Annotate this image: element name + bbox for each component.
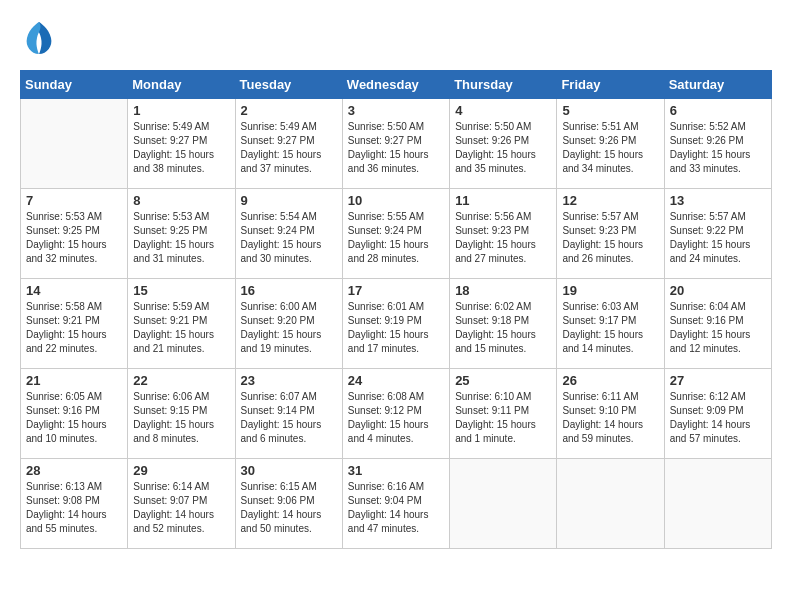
day-number: 11 [455,193,551,208]
calendar-cell: 4Sunrise: 5:50 AMSunset: 9:26 PMDaylight… [450,99,557,189]
day-info: Sunrise: 5:54 AMSunset: 9:24 PMDaylight:… [241,210,337,266]
day-number: 3 [348,103,444,118]
calendar-cell: 7Sunrise: 5:53 AMSunset: 9:25 PMDaylight… [21,189,128,279]
day-info: Sunrise: 6:11 AMSunset: 9:10 PMDaylight:… [562,390,658,446]
calendar-cell: 12Sunrise: 5:57 AMSunset: 9:23 PMDayligh… [557,189,664,279]
calendar-cell: 30Sunrise: 6:15 AMSunset: 9:06 PMDayligh… [235,459,342,549]
day-number: 28 [26,463,122,478]
calendar-cell: 20Sunrise: 6:04 AMSunset: 9:16 PMDayligh… [664,279,771,369]
day-info: Sunrise: 6:02 AMSunset: 9:18 PMDaylight:… [455,300,551,356]
day-number: 7 [26,193,122,208]
calendar-cell: 9Sunrise: 5:54 AMSunset: 9:24 PMDaylight… [235,189,342,279]
calendar-cell: 27Sunrise: 6:12 AMSunset: 9:09 PMDayligh… [664,369,771,459]
day-number: 10 [348,193,444,208]
day-info: Sunrise: 6:10 AMSunset: 9:11 PMDaylight:… [455,390,551,446]
calendar-table: SundayMondayTuesdayWednesdayThursdayFrid… [20,70,772,549]
day-number: 12 [562,193,658,208]
calendar-week-row: 21Sunrise: 6:05 AMSunset: 9:16 PMDayligh… [21,369,772,459]
day-info: Sunrise: 6:04 AMSunset: 9:16 PMDaylight:… [670,300,766,356]
day-info: Sunrise: 6:12 AMSunset: 9:09 PMDaylight:… [670,390,766,446]
calendar-cell: 8Sunrise: 5:53 AMSunset: 9:25 PMDaylight… [128,189,235,279]
day-number: 20 [670,283,766,298]
calendar-cell: 23Sunrise: 6:07 AMSunset: 9:14 PMDayligh… [235,369,342,459]
day-info: Sunrise: 5:59 AMSunset: 9:21 PMDaylight:… [133,300,229,356]
day-info: Sunrise: 6:05 AMSunset: 9:16 PMDaylight:… [26,390,122,446]
day-info: Sunrise: 6:16 AMSunset: 9:04 PMDaylight:… [348,480,444,536]
day-number: 1 [133,103,229,118]
calendar-cell: 2Sunrise: 5:49 AMSunset: 9:27 PMDaylight… [235,99,342,189]
day-number: 6 [670,103,766,118]
calendar-cell [664,459,771,549]
calendar-cell: 1Sunrise: 5:49 AMSunset: 9:27 PMDaylight… [128,99,235,189]
day-number: 15 [133,283,229,298]
logo [20,20,53,60]
day-info: Sunrise: 5:50 AMSunset: 9:27 PMDaylight:… [348,120,444,176]
calendar-cell: 24Sunrise: 6:08 AMSunset: 9:12 PMDayligh… [342,369,449,459]
header-day-wednesday: Wednesday [342,71,449,99]
calendar-cell: 11Sunrise: 5:56 AMSunset: 9:23 PMDayligh… [450,189,557,279]
day-info: Sunrise: 6:13 AMSunset: 9:08 PMDaylight:… [26,480,122,536]
calendar-cell [21,99,128,189]
day-number: 25 [455,373,551,388]
day-number: 30 [241,463,337,478]
calendar-cell [557,459,664,549]
day-info: Sunrise: 5:49 AMSunset: 9:27 PMDaylight:… [133,120,229,176]
day-number: 21 [26,373,122,388]
calendar-week-row: 28Sunrise: 6:13 AMSunset: 9:08 PMDayligh… [21,459,772,549]
header-day-thursday: Thursday [450,71,557,99]
day-info: Sunrise: 5:49 AMSunset: 9:27 PMDaylight:… [241,120,337,176]
day-number: 29 [133,463,229,478]
calendar-cell: 13Sunrise: 5:57 AMSunset: 9:22 PMDayligh… [664,189,771,279]
calendar-header-row: SundayMondayTuesdayWednesdayThursdayFrid… [21,71,772,99]
day-number: 8 [133,193,229,208]
day-info: Sunrise: 6:14 AMSunset: 9:07 PMDaylight:… [133,480,229,536]
day-number: 4 [455,103,551,118]
day-info: Sunrise: 5:56 AMSunset: 9:23 PMDaylight:… [455,210,551,266]
header-day-tuesday: Tuesday [235,71,342,99]
day-number: 17 [348,283,444,298]
day-info: Sunrise: 5:53 AMSunset: 9:25 PMDaylight:… [133,210,229,266]
day-number: 22 [133,373,229,388]
calendar-cell: 6Sunrise: 5:52 AMSunset: 9:26 PMDaylight… [664,99,771,189]
day-info: Sunrise: 5:52 AMSunset: 9:26 PMDaylight:… [670,120,766,176]
day-number: 27 [670,373,766,388]
day-number: 18 [455,283,551,298]
calendar-cell: 3Sunrise: 5:50 AMSunset: 9:27 PMDaylight… [342,99,449,189]
calendar-cell: 17Sunrise: 6:01 AMSunset: 9:19 PMDayligh… [342,279,449,369]
calendar-week-row: 14Sunrise: 5:58 AMSunset: 9:21 PMDayligh… [21,279,772,369]
day-info: Sunrise: 5:57 AMSunset: 9:22 PMDaylight:… [670,210,766,266]
calendar-cell: 19Sunrise: 6:03 AMSunset: 9:17 PMDayligh… [557,279,664,369]
day-info: Sunrise: 6:15 AMSunset: 9:06 PMDaylight:… [241,480,337,536]
header-day-saturday: Saturday [664,71,771,99]
day-number: 5 [562,103,658,118]
day-number: 2 [241,103,337,118]
calendar-cell: 18Sunrise: 6:02 AMSunset: 9:18 PMDayligh… [450,279,557,369]
day-info: Sunrise: 6:07 AMSunset: 9:14 PMDaylight:… [241,390,337,446]
day-info: Sunrise: 5:51 AMSunset: 9:26 PMDaylight:… [562,120,658,176]
header-day-friday: Friday [557,71,664,99]
header-day-monday: Monday [128,71,235,99]
calendar-cell: 5Sunrise: 5:51 AMSunset: 9:26 PMDaylight… [557,99,664,189]
day-info: Sunrise: 5:55 AMSunset: 9:24 PMDaylight:… [348,210,444,266]
day-info: Sunrise: 5:50 AMSunset: 9:26 PMDaylight:… [455,120,551,176]
day-number: 13 [670,193,766,208]
day-number: 26 [562,373,658,388]
calendar-cell: 25Sunrise: 6:10 AMSunset: 9:11 PMDayligh… [450,369,557,459]
day-info: Sunrise: 6:03 AMSunset: 9:17 PMDaylight:… [562,300,658,356]
calendar-cell: 29Sunrise: 6:14 AMSunset: 9:07 PMDayligh… [128,459,235,549]
calendar-cell: 28Sunrise: 6:13 AMSunset: 9:08 PMDayligh… [21,459,128,549]
header-day-sunday: Sunday [21,71,128,99]
day-info: Sunrise: 6:08 AMSunset: 9:12 PMDaylight:… [348,390,444,446]
day-number: 31 [348,463,444,478]
day-number: 9 [241,193,337,208]
calendar-cell: 21Sunrise: 6:05 AMSunset: 9:16 PMDayligh… [21,369,128,459]
logo-icon [20,20,53,60]
calendar-cell: 26Sunrise: 6:11 AMSunset: 9:10 PMDayligh… [557,369,664,459]
calendar-cell: 10Sunrise: 5:55 AMSunset: 9:24 PMDayligh… [342,189,449,279]
day-number: 23 [241,373,337,388]
day-info: Sunrise: 6:01 AMSunset: 9:19 PMDaylight:… [348,300,444,356]
logo-bird-icon [25,20,53,60]
calendar-cell: 16Sunrise: 6:00 AMSunset: 9:20 PMDayligh… [235,279,342,369]
day-number: 14 [26,283,122,298]
day-info: Sunrise: 5:58 AMSunset: 9:21 PMDaylight:… [26,300,122,356]
